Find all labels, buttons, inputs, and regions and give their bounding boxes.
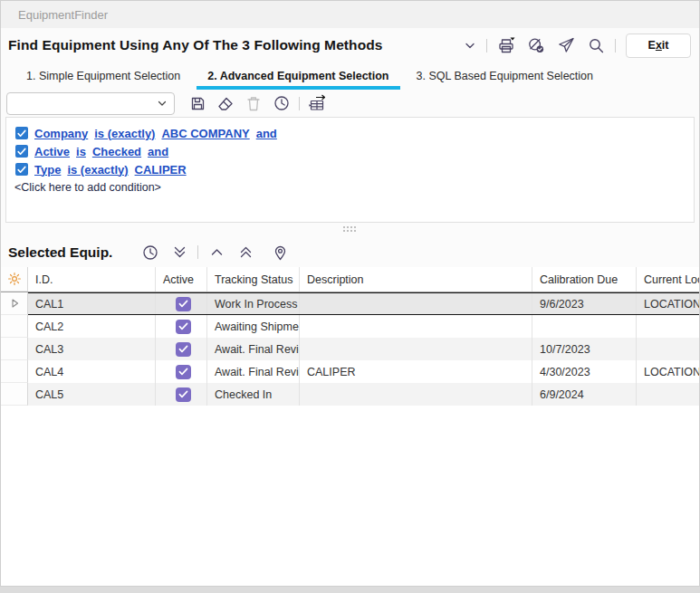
policy-check-icon[interactable] bbox=[525, 34, 547, 56]
active-checkbox[interactable] bbox=[176, 365, 191, 379]
condition-value-link[interactable]: ABC COMPANY bbox=[161, 127, 249, 140]
condition-row: Company is (exactly) ABC COMPANY and bbox=[12, 124, 688, 142]
cell-current-location: LOCATION 1 bbox=[637, 292, 700, 315]
selected-equip-bar: Selected Equip. bbox=[1, 237, 699, 267]
row-selector-cell[interactable] bbox=[1, 315, 28, 338]
cell-tracking-status: Awaiting Shipment bbox=[207, 315, 300, 338]
tab-sql-based-equipment-selection[interactable]: 3. SQL Based Equipment Selection bbox=[406, 62, 605, 90]
cell-description bbox=[300, 292, 532, 315]
table-row[interactable]: CAL4 Await. Final Review CALIPER 4/30/20… bbox=[1, 360, 699, 383]
condition-operator-link[interactable]: is (exactly) bbox=[67, 163, 128, 177]
row-selector-cell[interactable] bbox=[1, 360, 28, 383]
chevron-down-icon[interactable] bbox=[462, 34, 478, 56]
column-header-active[interactable]: Active bbox=[156, 267, 207, 292]
save-query-button[interactable] bbox=[187, 92, 208, 114]
row-selector-cell[interactable] bbox=[1, 383, 28, 406]
history-button[interactable] bbox=[139, 242, 161, 263]
cell-id: CAL2 bbox=[28, 315, 156, 338]
expand-all-icon[interactable] bbox=[235, 242, 256, 263]
search-icon[interactable] bbox=[585, 34, 607, 56]
move-up-icon[interactable] bbox=[206, 242, 227, 263]
toolbar-separator bbox=[486, 39, 487, 53]
cell-tracking-status: Checked In bbox=[207, 383, 300, 406]
run-query-grid-button[interactable] bbox=[306, 92, 328, 114]
saved-query-combobox[interactable] bbox=[6, 92, 175, 115]
header-toolbar: Exit bbox=[462, 33, 691, 58]
active-checkbox[interactable] bbox=[176, 297, 191, 311]
cell-current-location bbox=[637, 315, 700, 338]
selection-method-tabs: 1. Simple Equipment Selection 2. Advance… bbox=[1, 62, 699, 90]
cell-current-location bbox=[637, 338, 700, 360]
cell-tracking-status: Await. Final Review bbox=[207, 338, 300, 360]
cell-active bbox=[156, 338, 207, 360]
condition-checkbox[interactable] bbox=[15, 145, 28, 158]
cell-calibration-due bbox=[532, 315, 637, 338]
panel-splitter[interactable] bbox=[1, 223, 699, 237]
cell-description: CALIPER bbox=[300, 360, 532, 383]
cell-calibration-due: 4/30/2023 bbox=[532, 360, 637, 383]
column-header-calibration-due[interactable]: Calibration Due bbox=[532, 267, 637, 292]
cell-tracking-status: Work In Process bbox=[207, 292, 300, 315]
table-row[interactable]: CAL1 Work In Process 9/6/2023 LOCATION 1 bbox=[1, 292, 699, 315]
cell-id: CAL1 bbox=[28, 292, 156, 315]
column-header-current-location[interactable]: Current Location bbox=[637, 267, 700, 292]
condition-conjunction-link[interactable]: and bbox=[148, 145, 168, 158]
cell-id: CAL4 bbox=[28, 360, 156, 383]
cell-current-location: LOCATION 1 bbox=[637, 360, 700, 383]
condition-row: Active is Checked and bbox=[12, 142, 688, 160]
column-header-description[interactable]: Description bbox=[300, 267, 532, 292]
grid-corner-sun-icon[interactable] bbox=[1, 267, 28, 292]
grid-empty-area bbox=[1, 406, 699, 587]
column-header-tracking-status[interactable]: Tracking Status bbox=[207, 267, 300, 292]
cell-calibration-due: 10/7/2023 bbox=[532, 338, 637, 360]
page-header: Find Equipment Using Any Of The 3 Follow… bbox=[1, 28, 699, 62]
print-button[interactable] bbox=[495, 34, 517, 56]
send-icon[interactable] bbox=[555, 34, 577, 56]
exit-button[interactable]: Exit bbox=[626, 33, 691, 58]
cell-calibration-due: 9/6/2023 bbox=[532, 292, 637, 315]
condition-value-link[interactable]: CALIPER bbox=[135, 163, 187, 177]
table-row[interactable]: CAL2 Awaiting Shipment bbox=[1, 315, 699, 338]
row-selector-cell[interactable] bbox=[1, 338, 28, 360]
delete-query-button[interactable] bbox=[243, 92, 264, 114]
condition-operator-link[interactable]: is (exactly) bbox=[94, 127, 155, 140]
tab-simple-equipment-selection[interactable]: 1. Simple Equipment Selection bbox=[15, 62, 191, 90]
condition-field-link[interactable]: Active bbox=[34, 145, 70, 158]
condition-field-link[interactable]: Company bbox=[34, 127, 88, 140]
cell-active bbox=[156, 360, 207, 383]
active-checkbox[interactable] bbox=[176, 342, 191, 357]
condition-operator-link[interactable]: is bbox=[76, 145, 86, 158]
condition-conjunction-link[interactable]: and bbox=[256, 127, 277, 140]
cell-id: CAL3 bbox=[28, 338, 156, 360]
table-row[interactable]: CAL3 Await. Final Review 10/7/2023 bbox=[1, 338, 699, 360]
cell-description bbox=[300, 383, 532, 406]
window-titlebar: EquipmentFinder bbox=[1, 1, 699, 28]
condition-checkbox[interactable] bbox=[15, 127, 28, 139]
condition-value-link[interactable]: Checked bbox=[92, 145, 141, 158]
cell-calibration-due: 6/9/2024 bbox=[532, 383, 637, 406]
cell-current-location bbox=[637, 383, 700, 406]
add-condition-link[interactable]: <Click here to add condition> bbox=[12, 178, 688, 196]
condition-row: Type is (exactly) CALIPER bbox=[12, 160, 688, 178]
toolbar-separator bbox=[299, 97, 300, 110]
selected-equip-label: Selected Equip. bbox=[8, 244, 112, 261]
tab-advanced-equipment-selection[interactable]: 2. Advanced Equipment Selection bbox=[197, 62, 399, 90]
cell-description bbox=[300, 338, 532, 360]
cell-active bbox=[156, 315, 207, 338]
query-history-button[interactable] bbox=[271, 92, 292, 114]
collapse-all-icon[interactable] bbox=[168, 242, 190, 263]
active-checkbox[interactable] bbox=[176, 387, 191, 402]
window-title: EquipmentFinder bbox=[18, 8, 108, 22]
combobox-chevron-down-icon[interactable] bbox=[150, 97, 174, 110]
condition-checkbox[interactable] bbox=[15, 163, 28, 176]
location-pin-icon[interactable] bbox=[269, 242, 291, 263]
cell-active bbox=[156, 292, 207, 315]
active-checkbox[interactable] bbox=[176, 320, 191, 334]
table-row[interactable]: CAL5 Checked In 6/9/2024 bbox=[1, 383, 699, 406]
query-toolbar bbox=[1, 90, 699, 117]
clear-query-button[interactable] bbox=[215, 92, 236, 114]
page-title: Find Equipment Using Any Of The 3 Follow… bbox=[8, 37, 462, 53]
row-selector-arrow-icon[interactable] bbox=[1, 292, 28, 315]
column-header-id[interactable]: I.D. bbox=[28, 267, 156, 292]
condition-field-link[interactable]: Type bbox=[34, 163, 61, 177]
